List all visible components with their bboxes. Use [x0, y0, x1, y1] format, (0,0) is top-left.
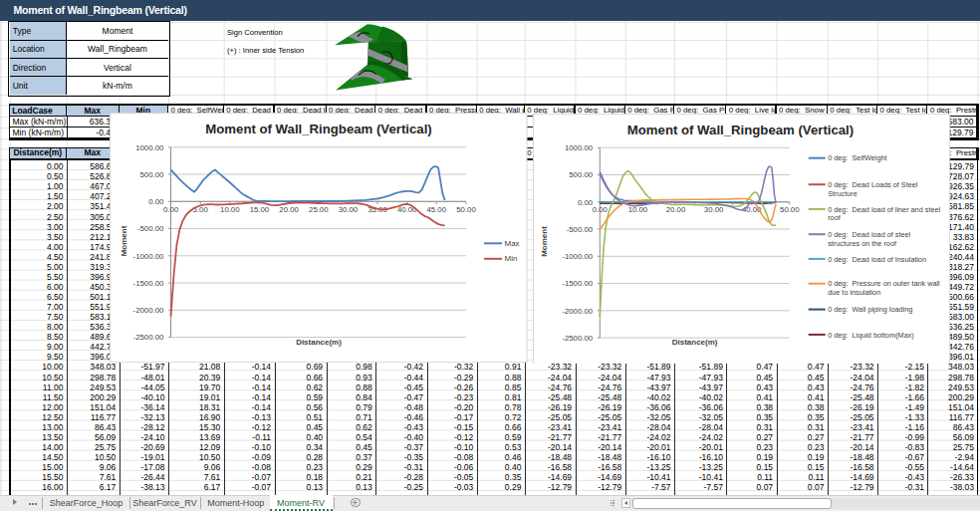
svg-text:Moment of Wall_Ringbeam (Verti: Moment of Wall_Ringbeam (Vertical): [205, 122, 431, 136]
svg-text:50.00: 50.00: [780, 205, 800, 214]
svg-text:Max: Max: [504, 239, 519, 248]
svg-text:Distance(m): Distance(m): [296, 338, 342, 347]
svg-text:Moment of Wall_Ringbeam (Verti: Moment of Wall_Ringbeam (Vertical): [627, 123, 854, 137]
svg-text:0.00: 0.00: [163, 205, 179, 214]
svg-text:0 deg: Dead load of steel: 0 deg: Dead load of steel: [828, 229, 910, 238]
svg-text:Distance(m): Distance(m): [672, 337, 718, 346]
svg-text:15.00: 15.00: [250, 205, 270, 214]
svg-text:500.00: 500.00: [570, 170, 594, 179]
svg-text:0.00: 0.00: [578, 197, 594, 206]
svg-text:-1500.00: -1500.00: [133, 279, 164, 288]
svg-text:Min: Min: [504, 254, 517, 263]
svg-text:-2000.00: -2000.00: [133, 306, 164, 315]
svg-text:30.00: 30.00: [704, 205, 724, 214]
svg-text:0 deg: Dead Loads of Steel: 0 deg: Dead Loads of Steel: [828, 179, 918, 188]
svg-text:30.00: 30.00: [339, 205, 359, 214]
svg-text:0.00: 0.00: [148, 197, 164, 206]
svg-text:0 deg: Liquid bottom(Max): 0 deg: Liquid bottom(Max): [828, 330, 914, 339]
svg-text:-1000.00: -1000.00: [563, 252, 594, 261]
svg-text:0 deg: SelfWeight: 0 deg: SelfWeight: [828, 153, 886, 162]
svg-text:1000.00: 1000.00: [565, 143, 594, 152]
svg-text:Moment: Moment: [540, 225, 549, 256]
svg-text:-1000.00: -1000.00: [133, 252, 164, 261]
svg-text:500.00: 500.00: [139, 170, 163, 179]
svg-text:10.00: 10.00: [628, 205, 648, 214]
svg-text:0.00: 0.00: [593, 205, 609, 214]
svg-text:-2500.00: -2500.00: [563, 333, 594, 342]
svg-text:25.00: 25.00: [309, 205, 329, 214]
svg-text:structures on the roof: structures on the roof: [828, 238, 897, 247]
svg-text:-2000.00: -2000.00: [563, 306, 594, 315]
svg-text:0 deg: Wall piping loading: 0 deg: Wall piping loading: [828, 305, 912, 314]
svg-text:10.00: 10.00: [220, 205, 240, 214]
svg-text:Structure: Structure: [828, 188, 858, 197]
svg-text:45.00: 45.00: [427, 205, 447, 214]
svg-text:-2500.00: -2500.00: [133, 333, 164, 342]
svg-text:-500.00: -500.00: [567, 224, 594, 233]
svg-text:0 deg: Pressure on outer tank: 0 deg: Pressure on outer tank wall: [828, 279, 940, 288]
svg-text:1000.00: 1000.00: [135, 143, 164, 152]
svg-text:50.00: 50.00: [456, 205, 476, 214]
svg-text:0 deg: Dead load of liner and: 0 deg: Dead load of liner and steel: [828, 204, 940, 213]
svg-text:-500.00: -500.00: [137, 224, 164, 233]
svg-text:20.00: 20.00: [666, 205, 686, 214]
svg-text:0 deg: Dead load of Insulatio: 0 deg: Dead load of Insulation: [828, 254, 926, 263]
svg-text:Moment: Moment: [120, 225, 128, 256]
svg-text:roof: roof: [828, 213, 842, 222]
svg-text:due to insulation: due to insulation: [828, 288, 880, 297]
svg-text:20.00: 20.00: [279, 205, 299, 214]
svg-text:-1500.00: -1500.00: [563, 279, 594, 288]
